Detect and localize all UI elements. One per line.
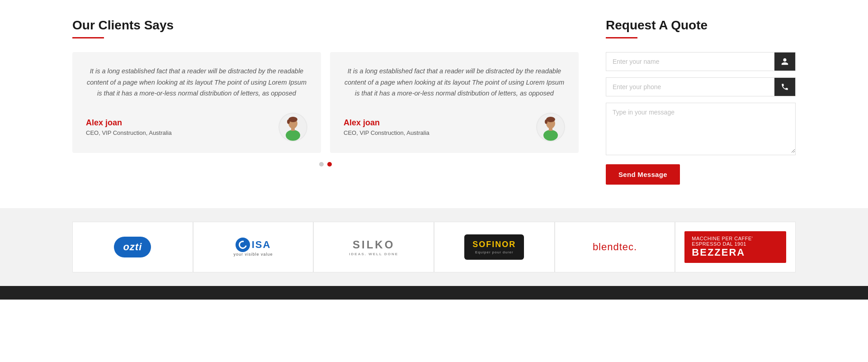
isa-logo-text: ISA — [252, 239, 271, 251]
svg-point-9 — [545, 119, 547, 124]
brands-section: ozti ISA your visible value SILKO IDEAS.… — [0, 208, 868, 286]
testimonial-card-2: It is a long established fact that a rea… — [330, 52, 579, 153]
blendtec-logo-text: blendtec. — [593, 241, 637, 253]
brand-isa: ISA your visible value — [193, 222, 314, 272]
send-message-button[interactable]: Send Message — [606, 164, 680, 185]
phone-input[interactable] — [606, 78, 774, 96]
quote-title-underline — [606, 37, 637, 38]
svg-point-4 — [286, 130, 300, 141]
isa-logo: ISA your visible value — [233, 238, 273, 257]
testimonial-text-2: It is a long established fact that a rea… — [344, 66, 565, 99]
dot-1[interactable] — [319, 162, 324, 167]
silko-logo-text: SILKO — [353, 238, 395, 251]
sofinor-tagline: Equiper pour durer — [475, 250, 514, 254]
message-textarea[interactable] — [606, 103, 795, 153]
bezzera-main: BEZZERA — [692, 247, 745, 258]
avatar-2 — [536, 113, 565, 142]
brand-sofinor: SOFINOR Equiper pour durer — [434, 222, 555, 272]
quote-section: Request A Quote — [606, 18, 796, 190]
phone-icon-button[interactable] — [774, 78, 795, 96]
dot-2[interactable] — [327, 162, 332, 167]
clients-title: Our Clients Says — [72, 18, 579, 33]
main-section: Our Clients Says It is a long establishe… — [0, 0, 868, 208]
svg-point-3 — [287, 119, 290, 124]
footer-bar — [0, 286, 868, 300]
svg-rect-11 — [549, 128, 552, 131]
testimonial-text-1: It is a long established fact that a rea… — [86, 66, 307, 99]
person-icon — [781, 57, 789, 66]
svg-point-10 — [543, 130, 558, 141]
brand-silko: SILKO IDEAS. WELL DONE — [313, 222, 434, 272]
bezzera-sub: MACCHINE PER CAFFE' ESPRESSO DAL 1901 — [692, 236, 779, 247]
pagination-dots — [72, 162, 579, 167]
svg-rect-5 — [291, 128, 295, 131]
avatar-1 — [278, 113, 307, 142]
author-role-1: CEO, VIP Construction, Australia — [86, 129, 172, 136]
svg-point-2 — [288, 117, 297, 122]
name-icon-button[interactable] — [774, 52, 795, 71]
silko-logo: SILKO IDEAS. WELL DONE — [349, 238, 398, 256]
phone-icon — [781, 83, 789, 91]
silko-tagline: IDEAS. WELL DONE — [349, 252, 398, 256]
testimonial-footer-2: Alex joan CEO, VIP Construction, Austral… — [344, 113, 565, 142]
clients-title-underline — [72, 37, 104, 38]
name-field-wrapper — [606, 52, 796, 71]
clients-section: Our Clients Says It is a long establishe… — [72, 18, 579, 190]
sofinor-logo-text: SOFINOR — [472, 240, 516, 249]
testimonials-wrapper: It is a long established fact that a rea… — [72, 52, 579, 153]
author-role-2: CEO, VIP Construction, Australia — [344, 129, 429, 136]
testimonial-card-1: It is a long established fact that a rea… — [72, 52, 321, 153]
ozti-logo: ozti — [114, 237, 151, 257]
isa-tagline: your visible value — [233, 252, 273, 257]
phone-field-wrapper — [606, 77, 796, 96]
bezzera-logo-text: MACCHINE PER CAFFE' ESPRESSO DAL 1901 BE… — [684, 231, 786, 263]
testimonial-author-1: Alex joan CEO, VIP Construction, Austral… — [86, 118, 172, 136]
quote-title: Request A Quote — [606, 18, 796, 33]
author-name-2: Alex joan — [344, 118, 429, 128]
testimonial-footer-1: Alex joan CEO, VIP Construction, Austral… — [86, 113, 307, 142]
author-name-1: Alex joan — [86, 118, 172, 128]
svg-point-8 — [546, 117, 555, 122]
message-field-wrapper — [606, 103, 796, 155]
testimonial-author-2: Alex joan CEO, VIP Construction, Austral… — [344, 118, 429, 136]
brand-ozti: ozti — [72, 222, 193, 272]
brand-blendtec: blendtec. — [555, 222, 675, 272]
name-input[interactable] — [606, 52, 774, 71]
brand-bezzera: MACCHINE PER CAFFE' ESPRESSO DAL 1901 BE… — [675, 222, 796, 272]
